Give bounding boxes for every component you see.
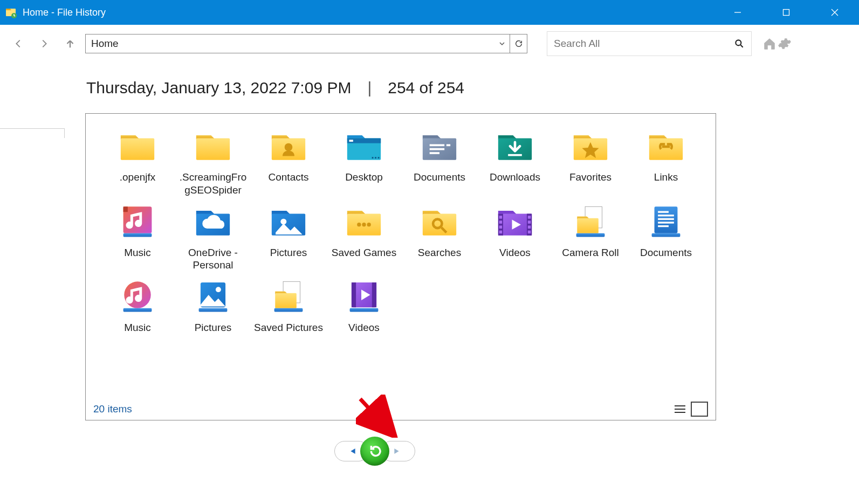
folder-item[interactable]: Videos <box>326 276 402 334</box>
folder-label: Links <box>654 171 678 184</box>
folder-videos-icon <box>491 201 539 244</box>
folder-label: Saved Pictures <box>254 321 323 334</box>
home-icon[interactable] <box>762 37 776 51</box>
folder-item[interactable]: Music <box>100 201 175 272</box>
folder-documents-icon <box>415 126 464 169</box>
content-panel: .openjfx.ScreamingFrogSEOSpiderContactsD… <box>85 113 716 420</box>
search-icon <box>734 38 745 49</box>
folder-item[interactable]: Searches <box>402 201 477 272</box>
folder-item[interactable]: Documents <box>628 201 704 272</box>
lib-videos-icon <box>340 276 388 319</box>
folder-favorites-icon <box>566 126 615 169</box>
window-title: Home - File History <box>23 7 713 18</box>
folder-label: Documents <box>640 246 692 259</box>
folder-links-icon <box>642 126 690 169</box>
up-button[interactable] <box>59 33 81 54</box>
breadcrumb-dropdown[interactable] <box>494 34 510 53</box>
folder-pictures-icon <box>264 201 313 244</box>
snapshot-heading: Thursday, January 13, 2022 7:09 PM | 254… <box>0 63 859 97</box>
folder-label: Desktop <box>345 171 383 184</box>
heading-separator: | <box>367 79 372 97</box>
folder-label: Pictures <box>270 246 307 259</box>
restore-button[interactable] <box>360 437 389 466</box>
folder-contacts-icon <box>264 126 313 169</box>
side-panel <box>0 128 65 138</box>
folder-item[interactable]: Contacts <box>251 126 326 197</box>
gear-icon[interactable] <box>778 37 792 51</box>
lib-savedpics-icon <box>264 276 313 319</box>
breadcrumb-text: Home <box>86 38 494 50</box>
folder-item[interactable]: Desktop <box>326 126 402 197</box>
svg-rect-54 <box>784 10 789 16</box>
folder-icon <box>189 126 237 169</box>
snapshot-timestamp: Thursday, January 13, 2022 7:09 PM <box>86 79 351 97</box>
folder-downloads-icon <box>491 126 539 169</box>
search-input[interactable] <box>554 38 734 50</box>
breadcrumb[interactable]: Home <box>85 34 527 53</box>
folder-item[interactable]: .openjfx <box>100 126 175 197</box>
folder-label: Music <box>124 246 151 259</box>
svg-rect-56 <box>695 405 704 413</box>
folder-label: Searches <box>418 246 461 259</box>
folder-icon <box>113 126 162 169</box>
toolbar: Home <box>0 25 859 63</box>
folder-item[interactable]: Pictures <box>251 201 326 272</box>
folder-label: Saved Games <box>332 246 396 259</box>
folder-item[interactable]: Pictures <box>175 276 251 334</box>
snapshot-position: 254 of 254 <box>388 79 464 97</box>
folder-label: Videos <box>499 246 531 259</box>
search-box[interactable] <box>547 31 752 56</box>
folder-item[interactable]: Favorites <box>553 126 628 197</box>
item-grid: .openjfx.ScreamingFrogSEOSpiderContactsD… <box>86 114 716 398</box>
folder-games-icon <box>340 201 388 244</box>
svg-point-55 <box>736 40 741 45</box>
folder-label: Music <box>124 321 151 334</box>
folder-item[interactable]: Saved Pictures <box>251 276 326 334</box>
folder-item[interactable]: Saved Games <box>326 201 402 272</box>
folder-searches-icon <box>415 201 464 244</box>
close-button[interactable] <box>810 0 859 25</box>
folder-item[interactable]: Music <box>100 276 175 334</box>
maximize-button[interactable] <box>762 0 810 25</box>
folder-item[interactable]: .ScreamingFrogSEOSpider <box>175 126 251 197</box>
folder-item[interactable]: Downloads <box>477 126 553 197</box>
lib-pictures-icon <box>189 276 237 319</box>
folder-label: Documents <box>414 171 465 184</box>
titlebar: Home - File History <box>0 0 859 25</box>
forward-button[interactable] <box>33 33 55 54</box>
folder-label: .ScreamingFrogSEOSpider <box>178 171 248 197</box>
folder-label: OneDrive - Personal <box>178 246 248 272</box>
lib-music-icon <box>113 201 162 244</box>
status-bar: 20 items <box>86 398 716 420</box>
minimize-button[interactable] <box>713 0 762 25</box>
back-button[interactable] <box>8 33 29 54</box>
folder-label: Camera Roll <box>562 246 619 259</box>
view-details-button[interactable] <box>671 402 689 417</box>
folder-desktop-icon <box>340 126 388 169</box>
folder-label: Downloads <box>490 171 540 184</box>
item-count: 20 items <box>93 403 132 415</box>
app-icon <box>4 6 17 19</box>
folder-item[interactable]: OneDrive - Personal <box>175 201 251 272</box>
folder-label: Favorites <box>569 171 611 184</box>
view-icons-button[interactable] <box>691 402 708 417</box>
folder-label: Contacts <box>269 171 309 184</box>
folder-item[interactable]: Links <box>628 126 704 197</box>
folder-label: Videos <box>348 321 380 334</box>
folder-label: Pictures <box>195 321 232 334</box>
lib-documents-icon <box>642 201 690 244</box>
folder-item[interactable]: Documents <box>402 126 477 197</box>
refresh-button[interactable] <box>510 34 527 53</box>
lib-camera-icon <box>566 201 615 244</box>
folder-item[interactable]: Videos <box>477 201 553 272</box>
folder-item[interactable]: Camera Roll <box>553 201 628 272</box>
version-nav <box>334 437 415 466</box>
lib-music-b-icon <box>113 276 162 319</box>
folder-onedrive-icon <box>189 201 237 244</box>
annotation-arrow <box>356 395 399 438</box>
folder-label: .openjfx <box>120 171 156 184</box>
